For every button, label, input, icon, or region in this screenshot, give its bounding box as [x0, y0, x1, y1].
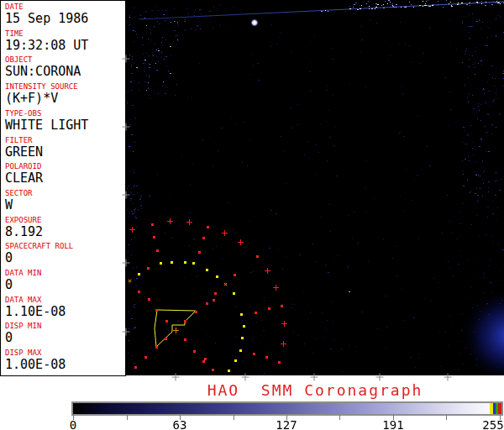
red-square-marker — [165, 338, 167, 340]
yellow-square-marker — [160, 262, 162, 265]
field-value: 8.192 — [5, 225, 123, 239]
field-value: GREEN — [5, 145, 123, 159]
colorbar-tick — [234, 415, 234, 420]
field-value: CLEAR — [5, 171, 123, 185]
field-label: DISP MIN — [5, 322, 123, 330]
sidebar-field-intensity-source: INTENSITY SOURCE(K+F)*V — [5, 82, 123, 105]
red-square-marker — [156, 249, 159, 252]
field-label: POLAROID — [5, 162, 123, 170]
fiducial-polygon-overlay — [126, 0, 504, 375]
colorbar-tick-label: 191 — [382, 420, 403, 430]
red-square-marker — [265, 356, 268, 359]
red-plus-marker — [273, 285, 279, 291]
colorbar-gradient — [73, 403, 501, 414]
field-label: DATA MIN — [5, 269, 123, 277]
red-square-marker — [206, 302, 208, 305]
colorbar-tick — [446, 415, 447, 420]
bottom-edge-tick — [376, 374, 384, 381]
red-square-marker — [212, 369, 214, 371]
sidebar-field-filter: FILTERGREEN — [5, 136, 123, 159]
sidebar-field-time: TIME19:32:08 UT — [5, 29, 123, 52]
field-value: 0 — [5, 278, 123, 291]
red-square-marker — [207, 226, 209, 228]
field-label: FILTER — [5, 136, 123, 144]
field-label: OBJECT — [5, 55, 123, 64]
red-square-marker — [268, 307, 270, 310]
red-square-marker — [153, 236, 155, 239]
red-square-marker — [144, 356, 147, 359]
yellow-square-marker — [243, 325, 245, 328]
yellow-square-marker — [240, 313, 243, 316]
sidebar-field-sector: SECTORW — [5, 189, 123, 212]
left-edge-tick — [123, 260, 130, 267]
red-square-marker — [278, 361, 281, 364]
bottom-edge-tick — [242, 374, 249, 381]
left-edge-tick — [123, 328, 130, 336]
red-square-marker — [134, 366, 137, 369]
colorbar-overlay-stripe — [498, 403, 501, 414]
red-square-marker — [213, 299, 215, 302]
red-square-marker — [256, 255, 259, 258]
colorbar — [71, 401, 503, 416]
image-title: HAO SMM Coronagraph — [126, 383, 504, 398]
red-plus-marker — [129, 227, 135, 233]
red-plus-marker — [281, 341, 286, 347]
red-square-marker — [193, 350, 196, 353]
red-square-marker — [184, 338, 186, 341]
field-label: TYPE-OBS — [5, 109, 123, 118]
field-label: INTENSITY SOURCE — [5, 82, 123, 91]
field-value: SUN:CORONA — [5, 65, 123, 78]
field-label: TIME — [5, 29, 123, 38]
field-value: 1.00E-08 — [5, 358, 123, 371]
colorbar-tick-label: 63 — [173, 420, 187, 430]
red-square-marker — [202, 360, 205, 363]
red-square-marker — [155, 346, 158, 349]
sidebar-field-date: DATE15 Sep 1986 — [5, 3, 123, 25]
yellow-square-marker — [216, 275, 218, 278]
orange-plus-marker — [173, 328, 179, 333]
left-edge-tick — [123, 191, 130, 199]
coronagraph-viewer-window: DATE15 Sep 1986TIME19:32:08 UTOBJECTSUN:… — [0, 0, 504, 430]
colorbar-tick — [127, 415, 128, 420]
yellow-square-marker — [206, 269, 208, 271]
colorbar-tick-label: 0 — [70, 420, 76, 430]
red-square-marker — [148, 298, 150, 301]
red-square-marker — [253, 353, 255, 355]
yellow-square-marker — [184, 261, 186, 264]
field-value: 19:32:08 UT — [5, 39, 123, 52]
bottom-edge-tick — [172, 374, 180, 381]
red-plus-marker — [281, 321, 287, 327]
red-square-marker — [214, 292, 217, 295]
field-value: (K+F)*V — [5, 92, 123, 105]
sidebar-field-type-obs: TYPE-OBSWHITE LIGHT — [5, 109, 123, 132]
red-plus-marker — [186, 219, 192, 225]
metadata-sidebar: DATE15 Sep 1986TIME19:32:08 UTOBJECTSUN:… — [0, 0, 126, 376]
sidebar-field-data-max: DATA MAX1.10E-08 — [5, 296, 123, 318]
field-value: 15 Sep 1986 — [5, 12, 123, 25]
coronagraph-image — [126, 0, 504, 375]
colorbar-tick — [339, 415, 340, 420]
yellow-square-marker — [233, 292, 235, 295]
red-square-marker — [281, 305, 283, 307]
field-label: SECTOR — [5, 189, 123, 197]
field-label: DATE — [5, 3, 123, 11]
red-square-marker — [255, 312, 257, 314]
yellow-square-marker — [192, 262, 195, 265]
yellow-square-marker — [138, 273, 140, 275]
orange-x-marker — [128, 279, 132, 283]
red-square-marker — [234, 274, 236, 276]
sidebar-field-data-min: DATA MIN0 — [5, 269, 123, 291]
colorbar-tick-label: 255 — [482, 420, 503, 430]
red-square-marker — [147, 267, 150, 270]
field-value: 0 — [5, 331, 123, 344]
sidebar-field-polaroid: POLAROIDCLEAR — [5, 162, 123, 185]
bottom-edge-tick — [311, 374, 318, 381]
red-square-marker — [184, 320, 186, 322]
red-square-marker — [151, 223, 154, 226]
field-value: 1.10E-08 — [5, 305, 123, 318]
yellow-square-marker — [171, 261, 173, 264]
field-label: SPACECRAFT ROLL — [5, 242, 123, 250]
red-square-marker — [202, 237, 205, 239]
field-label: DATA MAX — [5, 296, 123, 304]
left-edge-tick — [123, 123, 130, 131]
